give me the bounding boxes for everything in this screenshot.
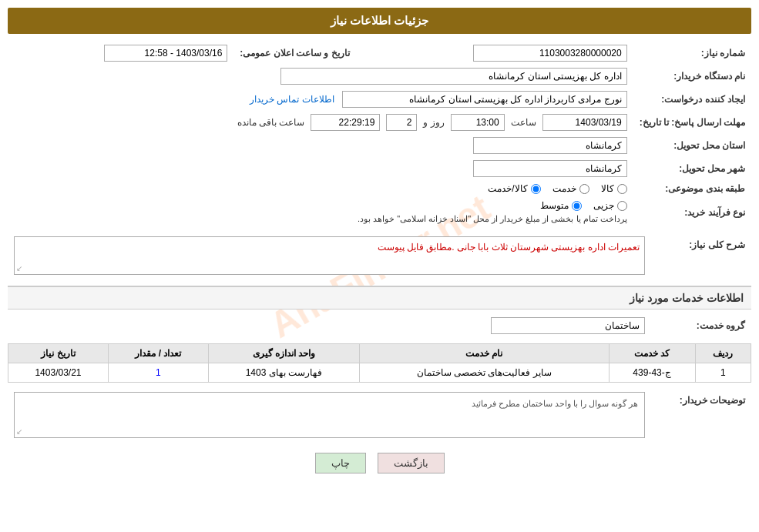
category-label-kala: کالا [601, 183, 614, 194]
response-time-label: ساعت [511, 117, 536, 128]
need-desc-label: شرح کلی نیاز: [651, 233, 751, 278]
service-group-label: گروه خدمت: [651, 314, 751, 337]
city-label: شهر محل تحویل: [633, 157, 751, 180]
page-header: جزئیات اطلاعات نیاز [8, 8, 751, 34]
cell-name: سایر فعالیت‌های تخصصی ساختمان [359, 363, 609, 383]
creator-label: ایجاد کننده درخواست: [633, 88, 751, 111]
cell-unit: فهارست بهای 1403 [208, 363, 359, 383]
process-label-jozei: جزیی [593, 200, 614, 211]
response-day-label: روز و [423, 117, 444, 128]
col-unit: واحد اندازه گیری [208, 344, 359, 363]
province-input: کرمانشاه [473, 137, 627, 154]
response-remaining-label: ساعت باقی مانده [237, 117, 305, 128]
category-radio-khedmat[interactable] [579, 184, 589, 194]
button-row: بازگشت چاپ [8, 453, 751, 485]
date-value: 1403/03/16 - 12:58 [8, 42, 233, 65]
service-group-input: ساختمان [491, 317, 645, 334]
cell-date: 1403/03/21 [8, 363, 109, 383]
need-desc-section: شرح کلی نیاز: تعمیرات اداره بهزیستی شهرس… [8, 233, 751, 278]
print-button[interactable]: چاپ [315, 453, 366, 473]
category-radio-both[interactable] [531, 184, 541, 194]
category-option-kala[interactable]: کالا [601, 183, 627, 194]
col-code: کد خدمت [609, 344, 695, 363]
process-radio-jozei[interactable] [617, 201, 627, 211]
city-value: کرمانشاه [8, 157, 633, 180]
response-deadline-label: مهلت ارسال پاسخ: تا تاریخ: [633, 111, 751, 134]
service-group-row: گروه خدمت: ساختمان [8, 314, 751, 337]
buyer-desc-label: توضیحات خریدار: [651, 389, 751, 441]
col-date: تاریخ نیاز [8, 344, 109, 363]
date-input: 1403/03/16 - 12:58 [104, 45, 227, 62]
process-row: جزیی متوسط پرداخت تمام یا بخشی از مبلغ خ… [8, 197, 633, 227]
need-desc-text: تعمیرات اداره بهزیستی شهرستان ثلاث بابا … [378, 242, 640, 253]
buyer-name-label: نام دستگاه خریدار: [633, 65, 751, 88]
buyer-name-input: اداره کل بهزیستی استان کرمانشاه [280, 68, 627, 85]
creator-value: نورج مرادی کاربرداز اداره کل بهزیستی است… [8, 88, 633, 111]
buyer-desc-section: توضیحات خریدار: هر گونه سوال را با واحد … [8, 389, 751, 441]
response-days-input: 2 [386, 114, 417, 131]
need-desc-box: تعمیرات اداره بهزیستی شهرستان ثلاث بابا … [14, 236, 645, 275]
info-section: شماره نیاز: 1103003280000020 تاریخ و ساع… [8, 42, 751, 227]
service-group-value: ساختمان [8, 314, 651, 337]
col-name: نام خدمت [359, 344, 609, 363]
process-label: نوع فرآیند خرید: [633, 197, 751, 227]
category-label-both: کالا/خدمت [488, 183, 527, 194]
response-remaining-input: 22:29:19 [311, 114, 380, 131]
need-number-label: شماره نیاز: [633, 42, 751, 65]
province-value: کرمانشاه [8, 134, 633, 157]
process-note: پرداخت تمام یا بخشی از مبلغ خریدار از مح… [14, 214, 627, 224]
city-input: کرمانشاه [473, 160, 627, 177]
process-radio-group: جزیی متوسط [14, 200, 627, 211]
creator-input: نورج مرادی کاربرداز اداره کل بهزیستی است… [342, 91, 627, 108]
category-label-khedmat: خدمت [552, 183, 576, 194]
buyer-desc-resize-icon: ↙ [16, 427, 22, 436]
back-button[interactable]: بازگشت [378, 453, 445, 473]
resize-icon: ↙ [16, 264, 22, 273]
services-table: ردیف کد خدمت نام خدمت واحد اندازه گیری ت… [8, 343, 751, 383]
services-section-title: اطلاعات خدمات مورد نیاز [8, 286, 751, 309]
category-option-khedmat[interactable]: خدمت [552, 183, 589, 194]
col-quantity: تعداد / مقدار [108, 344, 208, 363]
response-time-input: 13:00 [451, 114, 505, 131]
need-number-input: 1103003280000020 [473, 45, 627, 62]
process-radio-motavasset[interactable] [572, 201, 582, 211]
table-row: 1 ج-43-439 سایر فعالیت‌های تخصصی ساختمان… [8, 363, 751, 383]
col-row: ردیف [695, 344, 751, 363]
cell-quantity: 1 [108, 363, 208, 383]
category-label: طبقه بندی موضوعی: [633, 180, 751, 197]
response-date-input: 1403/03/19 [542, 114, 627, 131]
date-label: تاریخ و ساعت اعلان عمومی: [233, 42, 355, 65]
contact-link[interactable]: اطلاعات تماس خریدار [250, 94, 334, 105]
process-option-jozei[interactable]: جزیی [593, 200, 627, 211]
buyer-desc-box[interactable]: هر گونه سوال را با واحد ساختمان مطرح فرم… [14, 392, 645, 438]
category-row: کالا خدمت کالا/خدمت [8, 180, 633, 197]
process-label-motavasset: متوسط [540, 200, 569, 211]
category-radio-kala[interactable] [617, 184, 627, 194]
buyer-desc-placeholder: هر گونه سوال را با واحد ساختمان مطرح فرم… [18, 396, 641, 412]
cell-code: ج-43-439 [609, 363, 695, 383]
buyer-name-value: اداره کل بهزیستی استان کرمانشاه [8, 65, 633, 88]
cell-row: 1 [695, 363, 751, 383]
response-deadline-row: 1403/03/19 ساعت 13:00 روز و 2 22:29:19 س… [8, 111, 633, 134]
category-option-both[interactable]: کالا/خدمت [488, 183, 540, 194]
category-radio-group: کالا خدمت کالا/خدمت [14, 183, 627, 194]
process-option-motavasset[interactable]: متوسط [540, 200, 582, 211]
need-number-value: 1103003280000020 [356, 42, 633, 65]
province-label: استان محل تحویل: [633, 134, 751, 157]
